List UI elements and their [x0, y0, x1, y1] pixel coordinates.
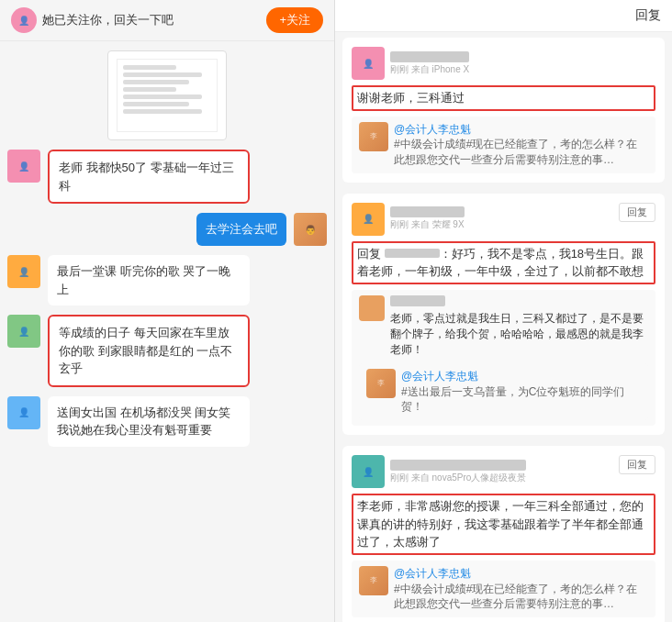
nested-quote: 李 @会计人李忠魁 #中级会计成绩#现在已经能查了，考的怎么样？在此想跟您交代一… — [352, 561, 655, 617]
nested-quote: 李 @会计人李忠魁 #中级会计成绩#现在已经能查了，考的怎么样？在此想跟您交代一… — [352, 117, 655, 173]
top-bar-avatar: 👤 — [11, 7, 37, 33]
quote-body: #中级会计成绩#现在已经能查了，考的怎么样？在此想跟您交代一些查分后需要特别注意… — [394, 583, 637, 611]
comment-card: 👤 刚刚 来自 iPhone X 谢谢老师，三科通过 李 @会计人李忠魁 #中级… — [342, 38, 665, 183]
avatar-placeholder: 👤 — [7, 396, 40, 429]
follow-button[interactable]: +关注 — [266, 7, 323, 33]
doc-line — [123, 72, 202, 77]
top-bar-left: 👤 她已关注你，回关一下吧 — [11, 7, 174, 33]
reply-button[interactable]: 回复 — [619, 203, 655, 222]
avatar-placeholder: 👤 — [11, 7, 37, 33]
doc-line — [123, 94, 202, 99]
message-avatar: 👤 — [7, 315, 40, 348]
comment-text: 回复 ：好巧，我不是零点，我18号生日。跟着老师，一年初级，一年中级，全过了，以… — [352, 241, 655, 284]
comment-avatar: 👤 — [352, 47, 385, 80]
comment-header: 👤 刚刚 来自 iPhone X — [352, 47, 655, 80]
right-header: 回复 — [335, 0, 672, 32]
quote-name: @会计人李忠魁 — [394, 123, 471, 136]
message-text: 老师 我都快50了 零基础一年过三科 — [59, 161, 234, 193]
comment-device: 刚刚 来自 iPhone X — [390, 63, 469, 76]
message-avatar-sender: 👨 — [294, 213, 327, 246]
message-row: 👤 老师 我都快50了 零基础一年过三科 — [7, 150, 327, 204]
comment-text: 谢谢老师，三科通过 — [352, 85, 655, 111]
message-text: 去学注会去吧 — [206, 222, 277, 236]
avatar-placeholder: 李 — [359, 122, 388, 151]
avatar-placeholder: 👤 — [352, 47, 385, 80]
avatar-placeholder: 👤 — [352, 455, 385, 488]
comment-card: 回复 👤 刚刚 来自 荣耀 9X 回复 ：好巧，我不是零点，我18号生日。跟着老… — [342, 194, 665, 435]
quote-avatar: 李 — [359, 566, 388, 595]
message-bubble-sent: 去学注会去吧 — [196, 213, 286, 246]
top-bar: 👤 她已关注你，回关一下吧 +关注 — [0, 0, 334, 41]
right-panel: 回复 👤 刚刚 来自 iPhone X 谢谢老师，三科通过 李 @会计人李忠魁 … — [335, 0, 672, 622]
chat-area: 👤 老师 我都快50了 零基础一年过三科 👨 去学注会去吧 👤 最后一堂课 听完… — [0, 41, 334, 622]
doc-inner — [117, 59, 218, 132]
comment-username — [390, 460, 526, 471]
avatar-placeholder: 👨 — [294, 213, 327, 246]
message-bubble: 最后一堂课 听完你的歌 哭了一晚上 — [48, 255, 250, 305]
quote-name: @会计人李忠魁 — [394, 567, 471, 580]
quote-body: #中级会计成绩#现在已经能查了，考的怎么样？在此想跟您交代一些查分后需要特别注意… — [394, 138, 637, 166]
quote-avatar: 李 — [359, 122, 388, 151]
quote-name: @会计人李忠魁 — [401, 370, 478, 383]
comment-card: 回复 👤 刚刚 来自 nova5Pro人像超级夜景 李老师，非常感谢您的授课，一… — [342, 446, 665, 622]
comment-device: 刚刚 来自 荣耀 9X — [390, 218, 465, 231]
top-bar-text: 她已关注你，回关一下吧 — [42, 12, 174, 28]
sub-comment: 老师，零点过就是我生日，三科又都过了，是不是要翻个牌子，给我个贺，哈哈哈哈，最感… — [352, 290, 655, 426]
avatar-placeholder: 👤 — [352, 203, 385, 236]
message-row: 👤 送闺女出国 在机场都没哭 闺女笑我说她在我心里没有魁哥重要 — [7, 396, 327, 447]
sub-comment-inner: 老师，零点过就是我生日，三科又都过了，是不是要翻个牌子，给我个贺，哈哈哈哈，最感… — [359, 295, 648, 358]
avatar-placeholder: 李 — [366, 369, 396, 398]
message-row: 👤 最后一堂课 听完你的歌 哭了一晚上 — [7, 255, 327, 305]
avatar-placeholder: 👤 — [7, 315, 40, 348]
message-row-sent: 👨 去学注会去吧 — [7, 213, 327, 246]
comment-header: 👤 刚刚 来自 荣耀 9X — [352, 203, 655, 236]
message-row: 👤 等成绩的日子 每天回家在车里放你的歌 到家眼睛都是红的 一点不玄乎 — [7, 315, 327, 387]
doc-line — [123, 109, 202, 114]
quote-body: #送出最后一支乌普量，为C位夺魁班的同学们贺！ — [401, 385, 624, 414]
nested-quote: 李 @会计人李忠魁 #送出最后一支乌普量，为C位夺魁班的同学们贺！ — [359, 363, 648, 420]
doc-line — [123, 87, 176, 92]
avatar-placeholder: 👤 — [7, 150, 40, 183]
comment-username — [390, 51, 469, 62]
quote-text: @会计人李忠魁 #中级会计成绩#现在已经能查了，考的怎么样？在此想跟您交代一些查… — [394, 566, 648, 612]
message-avatar: 👤 — [7, 255, 40, 288]
avatar-placeholder: 👤 — [7, 255, 40, 288]
comment-avatar: 👤 — [352, 455, 385, 488]
message-text: 送闺女出国 在机场都没哭 闺女笑我说她在我心里没有魁哥重要 — [57, 405, 230, 438]
message-text: 等成绩的日子 每天回家在车里放你的歌 到家眼睛都是红的 一点不玄乎 — [59, 326, 232, 375]
doc-line — [123, 102, 189, 106]
doc-line — [123, 65, 176, 70]
quote-text: @会计人李忠魁 #送出最后一支乌普量，为C位夺魁班的同学们贺！ — [401, 369, 641, 415]
comment-meta: 刚刚 来自 iPhone X — [390, 51, 469, 76]
document-preview — [107, 50, 227, 140]
comment-avatar: 👤 — [352, 203, 385, 236]
blurred-name — [390, 295, 445, 306]
message-avatar: 👤 — [7, 396, 40, 429]
sub-comment-avatar — [359, 295, 385, 321]
message-text: 最后一堂课 听完你的歌 哭了一晚上 — [57, 264, 230, 296]
avatar-placeholder: 李 — [359, 566, 388, 595]
sub-comment-name — [390, 295, 648, 309]
comment-text: 李老师，非常感谢您的授课，一年三科全部通过，您的课真的讲的特别好，我这零基础跟着… — [352, 494, 655, 555]
reply-button[interactable]: 回复 — [619, 455, 655, 474]
comment-username — [390, 206, 465, 217]
left-panel: 👤 她已关注你，回关一下吧 +关注 👤 老师 我都快 — [0, 0, 335, 622]
message-bubble: 老师 我都快50了 零基础一年过三科 — [48, 150, 250, 204]
reply-target — [385, 249, 440, 258]
quote-text: @会计人李忠魁 #中级会计成绩#现在已经能查了，考的怎么样？在此想跟您交代一些查… — [394, 122, 648, 168]
message-bubble: 送闺女出国 在机场都没哭 闺女笑我说她在我心里没有魁哥重要 — [48, 396, 250, 447]
comment-device: 刚刚 来自 nova5Pro人像超级夜景 — [390, 472, 526, 484]
message-bubble: 等成绩的日子 每天回家在车里放你的歌 到家眼睛都是红的 一点不玄乎 — [48, 315, 250, 387]
sub-comment-text: 老师，零点过就是我生日，三科又都过了，是不是要翻个牌子，给我个贺，哈哈哈哈，最感… — [390, 295, 648, 358]
comment-meta: 刚刚 来自 荣耀 9X — [390, 206, 465, 231]
quote-avatar: 李 — [366, 369, 396, 398]
comment-meta: 刚刚 来自 nova5Pro人像超级夜景 — [390, 460, 526, 484]
doc-line — [123, 80, 189, 84]
comment-header: 👤 刚刚 来自 nova5Pro人像超级夜景 — [352, 455, 655, 488]
message-avatar: 👤 — [7, 150, 40, 183]
